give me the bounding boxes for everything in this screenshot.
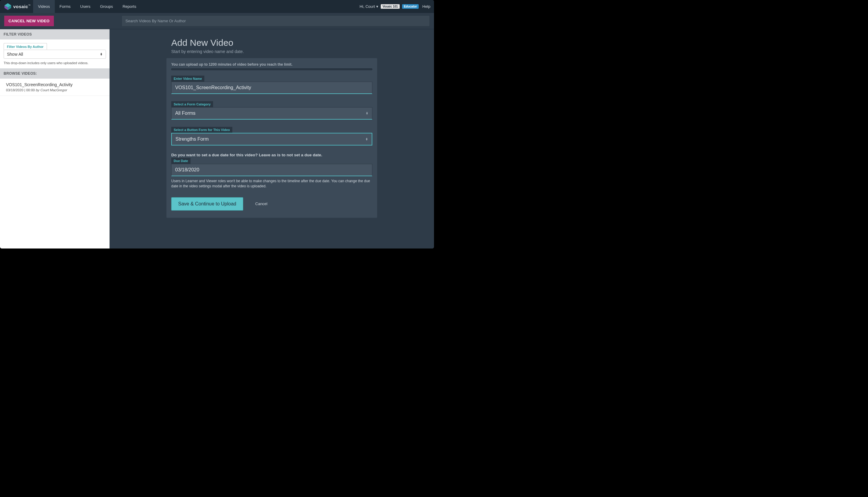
main-area: Add New Video Start by entering video na… <box>109 29 434 248</box>
nav-forms[interactable]: Forms <box>55 0 75 13</box>
top-nav: vosaic™ Videos Forms Users Groups Report… <box>0 0 434 13</box>
updown-icon: ▲▼ <box>365 138 368 141</box>
video-name-input[interactable] <box>171 82 372 94</box>
due-date-input[interactable] <box>171 164 372 176</box>
video-name-label: Enter Video Name <box>171 75 204 82</box>
add-video-panel: Add New Video Start by entering video na… <box>166 38 377 218</box>
nav-groups[interactable]: Groups <box>95 0 118 13</box>
filter-hint: This drop-down includes only users who u… <box>4 61 106 65</box>
logo-text: vosaic™ <box>13 4 31 9</box>
logo[interactable]: vosaic™ <box>4 2 31 11</box>
updown-icon: ▲▼ <box>366 112 368 115</box>
author-filter-select[interactable]: Show All ▲▼ <box>4 50 106 59</box>
browse-header: BROWSE VIDEOS: <box>0 68 109 79</box>
updown-icon: ▲▼ <box>100 53 103 56</box>
page-subtitle: Start by entering video name and date. <box>171 49 372 54</box>
button-form-label: Select a Button Form for This Video <box>171 127 232 133</box>
upload-limit-text: You can upload up to 1200 minutes of vid… <box>171 62 372 67</box>
cancel-new-video-button[interactable]: CANCEL NEW VIDEO <box>4 16 54 26</box>
nav-items: Videos Forms Users Groups Reports <box>33 0 141 13</box>
org-badge[interactable]: Vosaic 101 <box>381 4 400 9</box>
due-date-question: Do you want to set a due date for this v… <box>171 153 372 157</box>
save-continue-button[interactable]: Save & Continue to Upload <box>171 197 243 211</box>
cancel-link[interactable]: Cancel <box>255 201 267 206</box>
sidebar: FILTER VIDEOS Filter Videos By Author Sh… <box>0 29 109 248</box>
nav-videos[interactable]: Videos <box>33 0 55 13</box>
sub-bar: CANCEL NEW VIDEO <box>0 13 434 29</box>
caret-down-icon: ▾ <box>376 4 378 9</box>
nav-users[interactable]: Users <box>75 0 95 13</box>
button-form-select[interactable]: Strengths Form ▲▼ <box>171 133 372 145</box>
role-badge[interactable]: Educator <box>402 4 418 9</box>
filter-tab[interactable]: Filter Videos By Author <box>4 43 47 50</box>
form-category-select[interactable]: All Forms ▲▼ <box>171 107 372 119</box>
user-menu[interactable]: Hi, Court ▾ <box>360 4 378 9</box>
due-date-label: Due Date <box>171 158 191 164</box>
video-meta: 03/18/2020 | 00:00 by Court MacGregor <box>6 88 104 92</box>
help-link[interactable]: Help <box>422 4 430 9</box>
upload-progress-bar <box>171 68 372 70</box>
filter-header: FILTER VIDEOS <box>0 29 109 40</box>
page-title: Add New Video <box>171 38 372 48</box>
vosaic-logo-icon <box>4 2 12 11</box>
video-list-item[interactable]: VOS101_ScreenRecording_Activity 03/18/20… <box>0 79 109 96</box>
form-category-label: Select a Form Category <box>171 101 213 107</box>
due-date-note: Users in Learner and Viewer roles won't … <box>171 179 372 189</box>
search-input[interactable] <box>122 15 430 27</box>
video-title: VOS101_ScreenRecording_Activity <box>6 82 104 87</box>
nav-reports[interactable]: Reports <box>118 0 141 13</box>
